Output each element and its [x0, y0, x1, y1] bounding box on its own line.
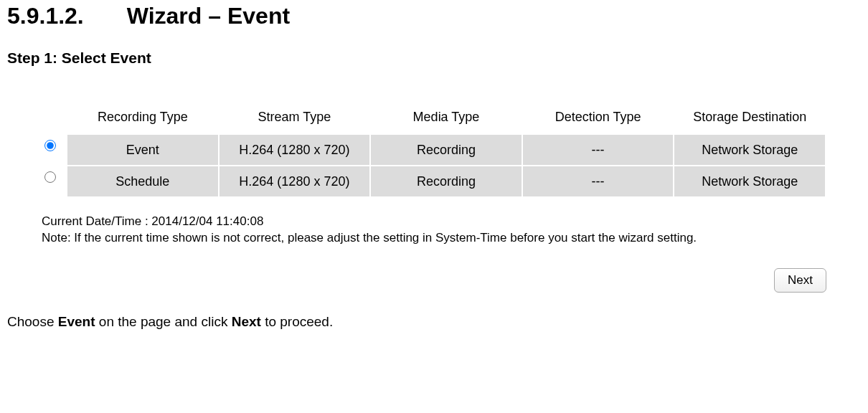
note-text: Note: If the current time shown is not c…: [42, 230, 826, 247]
instruction-bold-event: Event: [58, 314, 95, 329]
table-row: Schedule H.264 (1280 x 720) Recording --…: [67, 166, 825, 196]
col-recording-type: Recording Type: [67, 104, 218, 133]
radio-column: [42, 103, 59, 193]
info-block: Current Date/Time : 2014/12/04 11:40:08 …: [42, 214, 826, 247]
radio-schedule[interactable]: [44, 171, 56, 183]
section-number: 5.9.1.2.: [7, 3, 84, 29]
instruction-text: Choose Event on the page and click Next …: [7, 314, 861, 330]
section-title: Wizard – Event: [127, 3, 290, 29]
section-heading: 5.9.1.2.Wizard – Event: [7, 3, 861, 29]
cell-media-type: Recording: [371, 135, 522, 165]
next-button[interactable]: Next: [774, 268, 826, 293]
radio-event[interactable]: [44, 140, 56, 151]
cell-storage-destination: Network Storage: [674, 166, 825, 196]
step-title: Step 1: Select Event: [7, 49, 861, 67]
recording-table: Recording Type Stream Type Media Type De…: [66, 103, 826, 198]
instruction-post: to proceed.: [261, 314, 333, 329]
current-datetime: Current Date/Time : 2014/12/04 11:40:08: [42, 214, 826, 230]
instruction-mid: on the page and click: [95, 314, 232, 329]
instruction-bold-next: Next: [232, 314, 261, 329]
col-storage-destination: Storage Destination: [674, 104, 825, 133]
col-stream-type: Stream Type: [220, 104, 370, 133]
recording-table-container: Recording Type Stream Type Media Type De…: [42, 103, 826, 198]
col-media-type: Media Type: [371, 104, 522, 133]
cell-media-type: Recording: [371, 166, 522, 196]
cell-stream-type: H.264 (1280 x 720): [220, 166, 370, 196]
cell-stream-type: H.264 (1280 x 720): [220, 135, 370, 165]
cell-recording-type: Schedule: [67, 166, 218, 196]
table-row: Event H.264 (1280 x 720) Recording --- N…: [67, 135, 825, 165]
cell-detection-type: ---: [523, 135, 674, 165]
wizard-figure: Recording Type Stream Type Media Type De…: [7, 103, 861, 293]
instruction-pre: Choose: [7, 314, 58, 329]
button-row: Next: [42, 268, 826, 293]
cell-recording-type: Event: [67, 135, 218, 165]
col-detection-type: Detection Type: [523, 104, 674, 133]
cell-storage-destination: Network Storage: [674, 135, 825, 165]
cell-detection-type: ---: [523, 166, 674, 196]
